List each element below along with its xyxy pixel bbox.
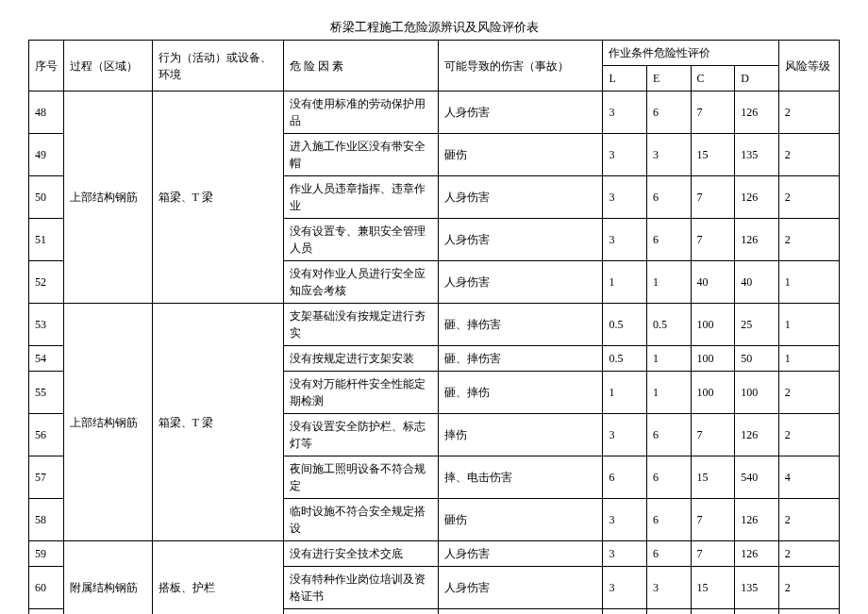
cell-c: 7 <box>691 414 735 456</box>
cell-l: 1 <box>603 372 647 414</box>
cell-e: 1 <box>647 261 692 304</box>
cell-factor: 没有特种作业岗位培训及资格证书 <box>284 567 438 609</box>
cell-d: 126 <box>735 499 779 541</box>
cell-d: 135 <box>735 134 779 176</box>
cell-harm: 人身伤害 <box>438 91 603 134</box>
cell-seq: 61 <box>29 609 64 615</box>
table-body: 48上部结构钢筋箱梁、T 梁没有使用标准的劳动保护用品人身伤害367126249… <box>29 91 840 615</box>
cell-factor: 作业人员违章指挥、违章作业 <box>284 176 438 219</box>
header-factor: 危 险 因 素 <box>284 41 438 91</box>
cell-l: 3 <box>603 176 647 219</box>
cell-d: 126 <box>735 541 779 567</box>
cell-e: 1 <box>647 346 692 372</box>
cell-harm: 人身伤害 <box>438 609 603 615</box>
cell-l: 3 <box>603 609 647 615</box>
cell-e: 1 <box>647 372 692 414</box>
cell-c: 15 <box>691 609 735 615</box>
cell-e: 3 <box>647 567 692 609</box>
cell-l: 3 <box>603 499 647 541</box>
cell-factor: 夜间施工照明设备不符合规定 <box>284 456 438 499</box>
table-row: 48上部结构钢筋箱梁、T 梁没有使用标准的劳动保护用品人身伤害3671262 <box>29 91 840 134</box>
cell-e: 6 <box>647 456 692 499</box>
header-activity: 行为（活动）或设备、环境 <box>152 41 284 91</box>
cell-level: 1 <box>778 261 839 304</box>
cell-factor: 没有使用标准的劳动保护用品 <box>284 91 438 134</box>
cell-factor: 支架基础没有按规定进行夯实 <box>284 304 438 346</box>
cell-harm: 人身伤害 <box>438 567 603 609</box>
cell-level: 1 <box>778 346 839 372</box>
cell-seq: 55 <box>29 372 64 414</box>
cell-level: 1 <box>778 304 839 346</box>
cell-harm: 砸伤 <box>438 134 603 176</box>
cell-factor: 没有对万能杆件安全性能定期检测 <box>284 372 438 414</box>
cell-e: 6 <box>647 219 692 261</box>
cell-harm: 砸伤 <box>438 499 603 541</box>
cell-level: 2 <box>778 541 839 567</box>
cell-seq: 48 <box>29 91 64 134</box>
header-eval-group: 作业条件危险性评价 <box>603 41 778 66</box>
cell-l: 6 <box>603 456 647 499</box>
cell-level: 2 <box>778 567 839 609</box>
cell-l: 3 <box>603 414 647 456</box>
cell-d: 126 <box>735 414 779 456</box>
cell-l: 3 <box>603 134 647 176</box>
cell-harm: 人身伤害 <box>438 261 603 304</box>
cell-level: 2 <box>778 499 839 541</box>
cell-c: 7 <box>691 541 735 567</box>
cell-seq: 56 <box>29 414 64 456</box>
cell-c: 15 <box>691 134 735 176</box>
cell-area: 上部结构钢筋 <box>64 304 152 541</box>
cell-level: 2 <box>778 134 839 176</box>
cell-d: 50 <box>735 346 779 372</box>
cell-level: 2 <box>778 176 839 219</box>
cell-seq: 49 <box>29 134 64 176</box>
cell-factor: 没有对作业人员进行安全应知应会考核 <box>284 261 438 304</box>
table-row: 59附属结构钢筋搭板、护栏没有进行安全技术交底人身伤害3671262 <box>29 541 840 567</box>
cell-c: 40 <box>691 261 735 304</box>
cell-d: 25 <box>735 304 779 346</box>
cell-d: 40 <box>735 261 779 304</box>
cell-seq: 60 <box>29 567 64 609</box>
header-row-1: 序号 过程（区域） 行为（活动）或设备、环境 危 险 因 素 可能导致的伤害（事… <box>29 41 840 66</box>
cell-l: 3 <box>603 567 647 609</box>
cell-area: 附属结构钢筋 <box>64 541 152 615</box>
cell-factor: 没有按照操作规程进行作业 <box>284 609 438 615</box>
cell-l: 3 <box>603 219 647 261</box>
cell-factor: 进入施工作业区没有带安全帽 <box>284 134 438 176</box>
cell-harm: 摔伤 <box>438 414 603 456</box>
cell-c: 7 <box>691 91 735 134</box>
cell-activity: 搭板、护栏 <box>152 541 284 615</box>
header-c: C <box>691 66 735 91</box>
cell-seq: 59 <box>29 541 64 567</box>
cell-area: 上部结构钢筋 <box>64 91 152 304</box>
cell-d: 135 <box>735 609 779 615</box>
header-level: 风险等级 <box>778 41 839 91</box>
cell-c: 15 <box>691 456 735 499</box>
header-area: 过程（区域） <box>64 41 152 91</box>
cell-harm: 砸、摔伤 <box>438 372 603 414</box>
header-d: D <box>735 66 779 91</box>
cell-harm: 人身伤害 <box>438 541 603 567</box>
cell-l: 0.5 <box>603 304 647 346</box>
cell-level: 2 <box>778 372 839 414</box>
cell-factor: 临时设施不符合安全规定搭设 <box>284 499 438 541</box>
cell-c: 15 <box>691 567 735 609</box>
cell-activity: 箱梁、T 梁 <box>152 304 284 541</box>
cell-l: 0.5 <box>603 346 647 372</box>
table-row: 53上部结构钢筋箱梁、T 梁支架基础没有按规定进行夯实砸、摔伤害0.50.510… <box>29 304 840 346</box>
cell-factor: 没有按规定进行支架安装 <box>284 346 438 372</box>
cell-c: 100 <box>691 304 735 346</box>
cell-activity: 箱梁、T 梁 <box>152 91 284 304</box>
cell-d: 100 <box>735 372 779 414</box>
cell-level: 2 <box>778 414 839 456</box>
cell-e: 3 <box>647 609 692 615</box>
cell-e: 6 <box>647 176 692 219</box>
header-seq: 序号 <box>29 41 64 91</box>
cell-e: 6 <box>647 541 692 567</box>
cell-seq: 53 <box>29 304 64 346</box>
cell-harm: 砸、摔伤害 <box>438 304 603 346</box>
header-e: E <box>647 66 692 91</box>
cell-level: 4 <box>778 456 839 499</box>
cell-seq: 58 <box>29 499 64 541</box>
cell-l: 3 <box>603 541 647 567</box>
